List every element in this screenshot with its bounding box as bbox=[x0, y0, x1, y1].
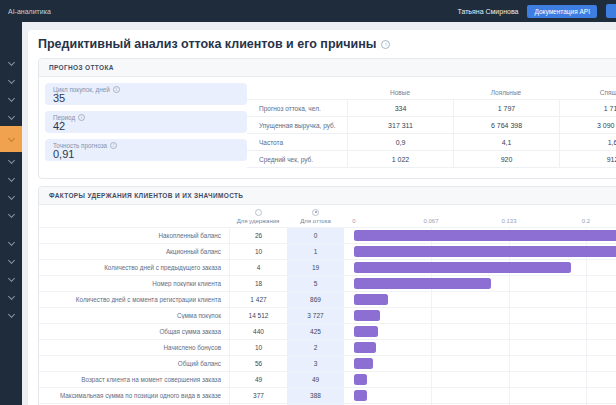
info-icon[interactable]: i bbox=[110, 142, 117, 149]
sidebar-item[interactable] bbox=[0, 72, 22, 90]
cell-value: 912 bbox=[559, 151, 616, 168]
factor-label: Акционный баланс bbox=[39, 248, 229, 255]
retention-value: 14 512 bbox=[229, 308, 287, 323]
row-label: Прогноз оттока, чел. bbox=[247, 105, 347, 112]
sidebar-item[interactable] bbox=[0, 252, 22, 270]
retention-value: 1 427 bbox=[229, 292, 287, 307]
app-title: AI-аналитика bbox=[8, 8, 51, 15]
importance-bar bbox=[354, 278, 491, 289]
bar-cell bbox=[344, 260, 616, 275]
churn-value: 1 bbox=[287, 244, 344, 259]
factor-row: Начислено бонусов 10 2 bbox=[39, 339, 616, 355]
axis-tick-label: 0.133 bbox=[501, 218, 516, 224]
chevron-down-icon bbox=[7, 310, 14, 317]
factor-row: Количество дней с предыдущего заказа 4 1… bbox=[39, 259, 616, 275]
factor-label: Общая сумма заказа bbox=[39, 328, 229, 335]
churn-value: 0 bbox=[287, 228, 344, 243]
info-icon[interactable]: i bbox=[381, 40, 390, 49]
churn-value: 388 bbox=[287, 388, 344, 403]
sidebar-item[interactable] bbox=[0, 270, 22, 288]
factor-row: Возраст клиента на момент совершения зак… bbox=[39, 371, 616, 387]
chevron-down-icon bbox=[7, 76, 14, 83]
info-icon[interactable]: i bbox=[113, 86, 120, 93]
factor-label: Количество дней с предыдущего заказа bbox=[39, 264, 229, 271]
factor-label: Максимальная сумма по позиции одного вид… bbox=[39, 392, 229, 399]
cell-value: 920 bbox=[453, 151, 559, 168]
user-name[interactable]: Татьяна Смирнова bbox=[457, 8, 518, 15]
cell-value: 1 022 bbox=[347, 151, 453, 168]
importance-bar bbox=[354, 310, 380, 321]
sidebar-item[interactable] bbox=[0, 306, 22, 324]
factor-label: Начислено бонусов bbox=[39, 344, 229, 351]
chevron-down-icon bbox=[7, 210, 14, 217]
bar-cell bbox=[344, 228, 616, 243]
churn-column-header: Для оттока bbox=[287, 209, 344, 224]
sidebar-item-active[interactable] bbox=[0, 126, 22, 152]
sidebar-item[interactable] bbox=[0, 288, 22, 306]
factor-row: Максимальная сумма по позиции одного вид… bbox=[39, 387, 616, 403]
topbar-right: Татьяна Смирнова Документация API bbox=[457, 4, 610, 18]
sidebar-item[interactable] bbox=[0, 206, 22, 224]
importance-bar bbox=[354, 262, 571, 273]
axis-tick-label: 0 bbox=[352, 218, 355, 224]
cell-value: 4,1 bbox=[453, 134, 559, 151]
sidebar-item[interactable] bbox=[0, 152, 22, 170]
bar-cell bbox=[344, 244, 616, 259]
retention-value: 49 bbox=[229, 372, 287, 387]
churn-value: 425 bbox=[287, 324, 344, 339]
bar-cell bbox=[344, 340, 616, 355]
importance-bar bbox=[354, 358, 373, 369]
sidebar-item[interactable] bbox=[0, 170, 22, 188]
retention-value: 56 bbox=[229, 356, 287, 371]
column-header-new: Новые bbox=[347, 89, 453, 96]
parameter-field[interactable]: Точность прогноза i 0,91 bbox=[45, 139, 247, 161]
factor-label: Номер покупки клиента bbox=[39, 280, 229, 287]
churn-value: 19 bbox=[287, 260, 344, 275]
chevron-down-icon bbox=[7, 156, 14, 163]
bar-cell bbox=[344, 372, 616, 387]
retention-value: 18 bbox=[229, 276, 287, 291]
churn-radio[interactable] bbox=[312, 209, 319, 216]
retention-radio[interactable] bbox=[255, 209, 262, 216]
column-header-loyal: Лояльные bbox=[453, 89, 559, 96]
cell-value: 334 bbox=[347, 100, 453, 117]
parameter-field[interactable]: Период i 42 bbox=[45, 111, 247, 133]
row-label: Частота bbox=[247, 139, 347, 146]
forecast-section: ПРОГНОЗ ОТТОКА Цикл покупок, дней i 35 bbox=[38, 58, 616, 179]
page-title: Предиктивный анализ оттока клиентов и ег… bbox=[38, 37, 616, 51]
bar-cell bbox=[344, 292, 616, 307]
bar-cell bbox=[344, 324, 616, 339]
cell-value: 1 712 bbox=[559, 100, 616, 117]
parameter-field[interactable]: Цикл покупок, дней i 35 bbox=[45, 83, 247, 105]
importance-bar bbox=[354, 374, 367, 385]
table-row: Частота 0,9 4,1 1,6 bbox=[247, 134, 616, 151]
sidebar-item[interactable] bbox=[0, 108, 22, 126]
axis-tick-label: 0.067 bbox=[423, 218, 438, 224]
edge-button-clipped[interactable] bbox=[606, 4, 616, 18]
parameter-value: 35 bbox=[53, 93, 239, 104]
api-docs-button[interactable]: Документация API bbox=[527, 5, 597, 18]
sidebar-item[interactable] bbox=[0, 54, 22, 72]
factors-table-rows: Накопленный баланс 26 0 Акционный баланс bbox=[39, 227, 616, 405]
factor-row: Количество дней с момента регистрации кл… bbox=[39, 291, 616, 307]
chevron-down-icon bbox=[7, 134, 14, 141]
sidebar-item[interactable] bbox=[0, 234, 22, 252]
axis-tick-label: 0.2 bbox=[582, 218, 590, 224]
retention-value: 26 bbox=[229, 228, 287, 243]
factor-row: Акционный баланс 10 1 bbox=[39, 243, 616, 259]
info-icon[interactable]: i bbox=[78, 114, 85, 121]
importance-bar bbox=[354, 342, 376, 353]
sidebar-item[interactable] bbox=[0, 90, 22, 108]
factor-label: Накопленный баланс bbox=[39, 232, 229, 239]
chevron-down-icon bbox=[7, 238, 14, 245]
factor-row: Общий баланс 56 3 bbox=[39, 355, 616, 371]
factor-row: Номер покупки клиента 18 5 bbox=[39, 275, 616, 291]
factor-label: Количество дней с момента регистрации кл… bbox=[39, 296, 229, 303]
cell-value: 317 311 bbox=[347, 117, 453, 134]
retention-value: 10 bbox=[229, 340, 287, 355]
churn-value: 3 727 bbox=[287, 308, 344, 323]
sidebar-item[interactable] bbox=[0, 188, 22, 206]
churn-value: 869 bbox=[287, 292, 344, 307]
importance-bar bbox=[354, 230, 616, 241]
bar-cell bbox=[344, 388, 616, 403]
